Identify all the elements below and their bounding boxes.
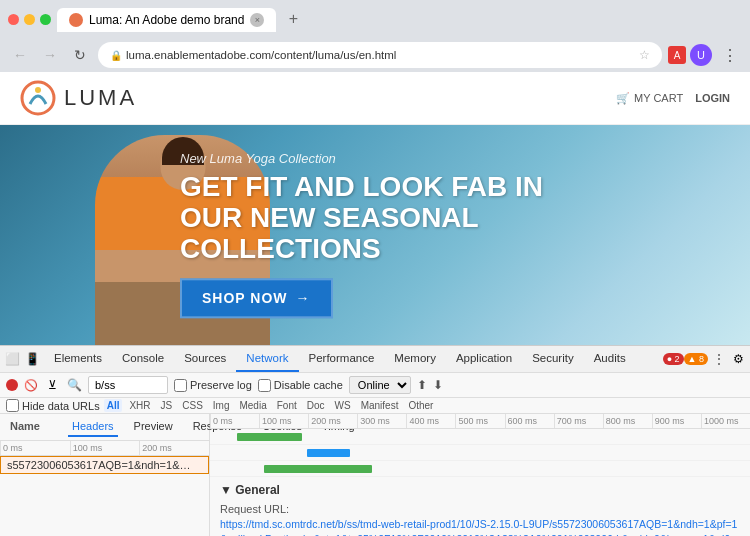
address-input[interactable]: 🔒 luma.enablementadobe.com/content/luma/… (98, 42, 662, 68)
tab-close-button[interactable]: × (250, 13, 264, 27)
network-panel: Name Headers Preview Response Cookies Ti… (0, 414, 750, 536)
tab-elements[interactable]: Elements (44, 346, 112, 372)
filter-other[interactable]: Other (405, 399, 436, 412)
th-300ms: 300 ms (357, 414, 406, 428)
filter-doc[interactable]: Doc (304, 399, 328, 412)
shop-now-button[interactable]: SHOP NOW → (180, 279, 333, 319)
bar-blue-1 (307, 449, 350, 457)
site-header: LUMA 🛒 MY CART LOGIN (0, 72, 750, 125)
tab-bar: Luma: An Adobe demo brand × + (57, 6, 742, 32)
filter-img[interactable]: Img (210, 399, 233, 412)
request-name: s55723006053617AQB=1&ndh=1&pf=1&cali... (7, 459, 192, 471)
th-900ms: 900 ms (652, 414, 701, 428)
chart-row-2 (210, 445, 750, 461)
network-toolbar: 🚫 ⊻ 🔍 Preserve log Disable cache Online … (0, 373, 750, 398)
filter-types-bar: Hide data URLs All XHR JS CSS Img Media … (0, 398, 750, 414)
back-button[interactable]: ← (8, 43, 32, 67)
filter-manifest[interactable]: Manifest (358, 399, 402, 412)
import-icon[interactable]: ⬆ (417, 378, 427, 392)
clear-button[interactable]: 🚫 (24, 378, 38, 392)
logo-icon (20, 80, 56, 116)
website-content: LUMA 🛒 MY CART LOGIN (0, 72, 750, 345)
disable-cache-checkbox[interactable]: Disable cache (258, 379, 343, 392)
cart-label: MY CART (634, 92, 683, 104)
tab-headers[interactable]: Headers (68, 417, 118, 437)
tab-favicon (69, 13, 83, 27)
hero-content: New Luma Yoga Collection GET FIT AND LOO… (180, 151, 580, 318)
close-button[interactable] (8, 14, 19, 25)
mobile-icon[interactable]: 📱 (24, 351, 40, 367)
request-url-value: https://tmd.sc.omtrdc.net/b/ss/tmd-web-r… (220, 517, 740, 536)
active-tab[interactable]: Luma: An Adobe demo brand × (57, 8, 276, 32)
tab-sources[interactable]: Sources (174, 346, 236, 372)
new-tab-button[interactable]: + (280, 6, 306, 32)
tab-memory[interactable]: Memory (384, 346, 446, 372)
detail-tab-bar: Name Headers Preview Response Cookies Ti… (0, 414, 209, 441)
general-section-title: ▼ General (220, 483, 740, 497)
export-icon[interactable]: ⬇ (433, 378, 443, 392)
search-icon[interactable]: 🔍 (66, 377, 82, 393)
th-700ms: 700 ms (554, 414, 603, 428)
bookmark-icon[interactable]: ☆ (639, 48, 650, 62)
network-left-panel: Name Headers Preview Response Cookies Ti… (0, 414, 210, 536)
cart-button[interactable]: 🛒 MY CART (616, 92, 683, 105)
settings-icon[interactable]: ⚙ (730, 351, 746, 367)
hero-banner: New Luma Yoga Collection GET FIT AND LOO… (0, 125, 750, 345)
ext-icon-red[interactable]: A (668, 46, 686, 64)
browser-menu-button[interactable]: ⋮ (718, 44, 742, 67)
browser-window: Luma: An Adobe demo brand × + ← → ↻ 🔒 lu… (0, 0, 750, 536)
tab-network[interactable]: Network (236, 346, 298, 372)
forward-button[interactable]: → (38, 43, 62, 67)
tab-audits[interactable]: Audits (584, 346, 636, 372)
th-600ms: 600 ms (505, 414, 554, 428)
timeline-header: 0 ms 100 ms 200 ms 300 ms 400 ms 500 ms … (210, 414, 750, 429)
tab-application[interactable]: Application (446, 346, 522, 372)
preserve-log-checkbox[interactable]: Preserve log (174, 379, 252, 392)
hero-title: GET FIT AND LOOK FAB IN OUR NEW SEASONAL… (180, 172, 580, 264)
filter-xhr[interactable]: XHR (126, 399, 153, 412)
lock-icon: 🔒 (110, 50, 122, 61)
tab-preview[interactable]: Preview (130, 417, 177, 437)
bar-green-1 (237, 433, 302, 441)
th-100ms: 100 ms (259, 414, 308, 428)
filter-font[interactable]: Font (274, 399, 300, 412)
extension-icons: A U (668, 44, 712, 66)
record-button[interactable] (6, 379, 18, 391)
cart-icon: 🛒 (616, 92, 630, 105)
maximize-button[interactable] (40, 14, 51, 25)
th-200ms: 200 ms (308, 414, 357, 428)
elements-inspect-icon[interactable]: ⬜ (4, 351, 20, 367)
ts-100ms: 100 ms (70, 441, 140, 455)
tab-security[interactable]: Security (522, 346, 584, 372)
hide-data-urls-checkbox[interactable]: Hide data URLs (6, 399, 100, 412)
logo: LUMA (20, 80, 137, 116)
filter-ws[interactable]: WS (332, 399, 354, 412)
shop-now-label: SHOP NOW (202, 291, 288, 307)
filter-css[interactable]: CSS (179, 399, 206, 412)
minimize-button[interactable] (24, 14, 35, 25)
filter-icon[interactable]: ⊻ (44, 377, 60, 393)
filter-all[interactable]: All (104, 399, 123, 412)
svg-point-1 (35, 87, 41, 93)
user-icon[interactable]: U (690, 44, 712, 66)
tab-performance[interactable]: Performance (299, 346, 385, 372)
traffic-lights (8, 14, 51, 25)
login-button[interactable]: LOGIN (695, 92, 730, 104)
devtools-more-button[interactable]: ⋮ (708, 347, 730, 371)
warning-badge: ▲ 8 (684, 353, 708, 365)
devtools-panel: ⬜ 📱 Elements Console Sources Network Per… (0, 345, 750, 536)
hero-subtitle: New Luma Yoga Collection (180, 151, 580, 166)
devtools-icons: ⬜ 📱 (4, 351, 40, 367)
filter-input[interactable] (88, 376, 168, 394)
th-800ms: 800 ms (603, 414, 652, 428)
tab-console[interactable]: Console (112, 346, 174, 372)
filter-js[interactable]: JS (158, 399, 176, 412)
chart-row-1 (210, 429, 750, 445)
throttle-select[interactable]: Online (349, 376, 411, 394)
network-right-panel: 0 ms 100 ms 200 ms 300 ms 400 ms 500 ms … (210, 414, 750, 536)
refresh-button[interactable]: ↻ (68, 43, 92, 67)
th-1000ms: 1000 ms (701, 414, 750, 428)
filter-media[interactable]: Media (236, 399, 269, 412)
network-request-item[interactable]: s55723006053617AQB=1&ndh=1&pf=1&cali... (0, 456, 209, 474)
th-500ms: 500 ms (455, 414, 504, 428)
